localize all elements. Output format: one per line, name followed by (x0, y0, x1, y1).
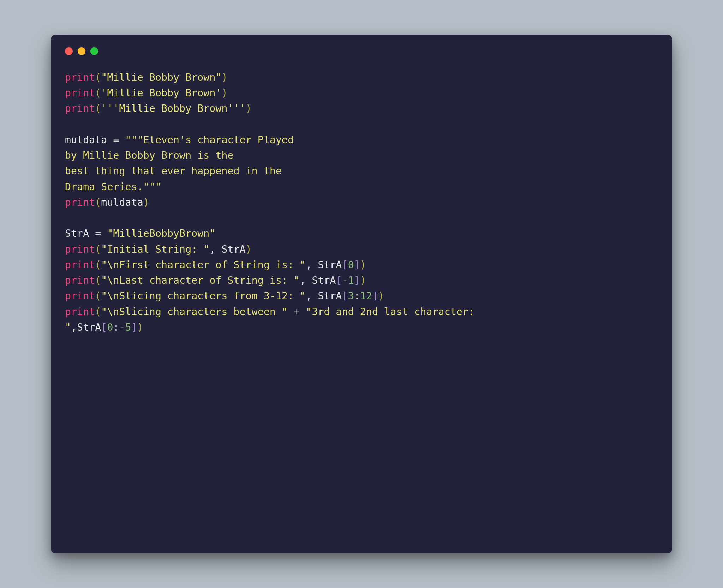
code-line: print(muldata) (65, 195, 658, 210)
close-icon[interactable] (65, 47, 73, 55)
code-line (65, 210, 658, 226)
code-line: muldata = """Eleven's character Played (65, 132, 658, 148)
code-window: print("Millie Bobby Brown")print('Millie… (51, 35, 672, 553)
code-line: print("\nFirst character of String is: "… (65, 257, 658, 273)
code-line: print("\nSlicing characters between " + … (65, 304, 658, 320)
code-line: best thing that ever happened in the (65, 163, 658, 179)
code-line: print("\nSlicing characters from 3-12: "… (65, 288, 658, 304)
code-line: print('''Millie Bobby Brown''') (65, 101, 658, 116)
code-line: StrA = "MillieBobbyBrown" (65, 226, 658, 241)
code-line: print("Initial String: ", StrA) (65, 242, 658, 257)
code-line: print("\nLast character of String is: ",… (65, 273, 658, 288)
minimize-icon[interactable] (78, 47, 85, 55)
window-titlebar (65, 47, 658, 55)
maximize-icon[interactable] (90, 47, 98, 55)
code-line: Drama Series.""" (65, 179, 658, 195)
code-line (65, 117, 658, 132)
code-line: print("Millie Bobby Brown") (65, 70, 658, 85)
code-line: print('Millie Bobby Brown') (65, 85, 658, 101)
code-line: by Millie Bobby Brown is the (65, 148, 658, 163)
code-block: print("Millie Bobby Brown")print('Millie… (65, 70, 658, 335)
code-line: ",StrA[0:-5]) (65, 320, 658, 335)
